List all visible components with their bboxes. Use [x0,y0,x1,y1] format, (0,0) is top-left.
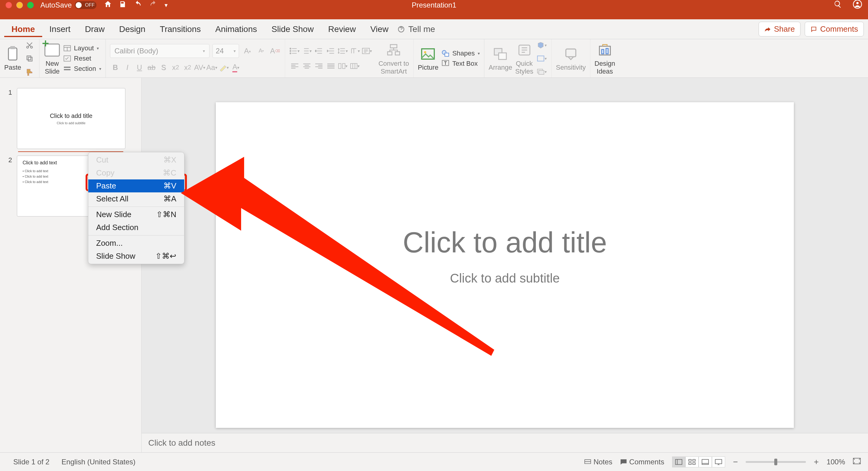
slideshow-view-icon[interactable] [712,457,725,467]
subtitle-placeholder[interactable]: Click to add subtitle [216,271,794,286]
title-placeholder[interactable]: Click to add title [216,226,794,259]
decrease-indent-icon[interactable] [313,46,324,56]
justify-icon[interactable] [326,61,336,71]
reset-button[interactable]: Reset [64,55,101,62]
strikethrough-icon[interactable]: ab [146,62,157,73]
tab-design[interactable]: Design [112,22,153,37]
maximize-window-icon[interactable] [27,2,34,8]
home-icon[interactable] [104,0,112,10]
arrange-button[interactable]: Arrange [489,46,512,71]
italic-icon[interactable]: I [122,62,133,73]
shadow-icon[interactable]: S [158,62,169,73]
design-ideas-button[interactable]: Design Ideas [595,41,615,76]
bullets-icon[interactable]: ▾ [289,46,300,56]
format-painter-icon[interactable] [24,66,35,77]
tab-review[interactable]: Review [321,22,363,37]
increase-font-icon[interactable]: A▴ [242,46,253,56]
ctx-zoom[interactable]: Zoom... [88,237,184,250]
quick-styles-button[interactable]: Quick Styles [516,41,533,76]
normal-view-icon[interactable] [672,457,685,467]
status-notes-button[interactable]: Notes [584,458,613,466]
tab-view[interactable]: View [363,22,396,37]
autosave-toggle[interactable]: AutoSave OFF [40,1,96,9]
sensitivity-button[interactable]: Sensitivity [556,46,586,71]
text-box-button[interactable]: Text Box [441,60,480,67]
superscript-icon[interactable]: x2 [182,62,193,73]
ctx-new-slide[interactable]: New Slide⇧⌘N [88,208,184,221]
add-remove-columns-icon[interactable]: ▾ [350,61,361,71]
underline-icon[interactable]: U [134,62,145,73]
zoom-level[interactable]: 100% [827,458,845,466]
ctx-add-section[interactable]: Add Section [88,221,184,234]
convert-smartart-button[interactable]: Convert to SmartArt [378,41,409,76]
slide-canvas[interactable]: Click to add title Click to add subtitle [216,102,794,428]
shape-effects-icon[interactable]: ▾ [536,66,547,77]
thumbnail-1[interactable]: 1 Click to add title Click to add subtit… [0,86,141,151]
tell-me-search[interactable]: Tell me [397,24,435,34]
fit-to-window-icon[interactable] [853,458,861,466]
zoom-in-icon[interactable]: + [814,457,818,467]
align-text-icon[interactable]: ▾ [362,46,373,56]
status-language[interactable]: English (United States) [61,458,135,466]
ctx-paste[interactable]: Paste⌘V [88,179,184,193]
layout-button[interactable]: Layout▾ [64,44,101,52]
share-button[interactable]: Share [758,22,801,36]
align-left-icon[interactable] [289,61,300,71]
highlight-icon[interactable]: ▾ [218,62,229,73]
tab-transitions[interactable]: Transitions [153,22,208,37]
align-right-icon[interactable] [313,61,324,71]
qat-dropdown-icon[interactable]: ▾ [164,1,167,9]
clear-formatting-icon[interactable]: A⌫ [270,46,281,56]
tab-insert[interactable]: Insert [42,22,78,37]
svg-point-15 [290,50,291,52]
ctx-select-all[interactable]: Select All⌘A [88,193,184,205]
tab-animations[interactable]: Animations [208,22,264,37]
minimize-window-icon[interactable] [16,2,23,8]
new-slide-button[interactable]: New Slide [44,41,61,76]
shape-outline-icon[interactable]: ▾ [536,53,547,64]
status-comments-button[interactable]: Comments [620,458,664,466]
notes-pane[interactable]: Click to add notes [142,433,868,452]
font-size-select[interactable]: 24▾ [213,44,239,58]
tab-slide-show[interactable]: Slide Show [264,22,321,37]
ctx-slide-show[interactable]: Slide Show⇧⌘↩ [88,250,184,263]
reading-view-icon[interactable] [699,457,712,467]
columns-icon[interactable]: ▾ [338,61,348,71]
subscript-icon[interactable]: x2 [170,62,181,73]
autosave-switch[interactable]: OFF [75,1,96,9]
zoom-out-icon[interactable]: − [733,457,738,467]
comments-button[interactable]: Comments [805,22,864,36]
character-spacing-icon[interactable]: AV▾ [194,62,205,73]
text-direction-icon[interactable]: ▾ [350,46,361,56]
font-color-icon[interactable]: A▾ [230,62,241,73]
decrease-font-icon[interactable]: A▾ [256,46,267,56]
slide-sorter-view-icon[interactable] [685,457,699,467]
paste-button[interactable]: Paste [4,46,21,71]
picture-button[interactable]: Picture [418,46,438,71]
tab-draw[interactable]: Draw [78,22,112,37]
account-icon[interactable] [853,0,862,10]
cut-icon[interactable] [24,40,35,51]
paragraph-group: ▾ ▾ ▾ ▾ ▾ ▾ ▾ Convert to SmartArt [285,39,414,78]
font-name-select[interactable]: Calibri (Body)▾ [110,44,210,58]
search-icon[interactable] [834,0,842,10]
redo-icon[interactable] [149,0,158,10]
numbering-icon[interactable]: ▾ [301,46,312,56]
align-center-icon[interactable] [301,61,312,71]
thumbnail-slide[interactable]: Click to add title Click to add subtitle [17,88,125,149]
shape-fill-icon[interactable]: ▾ [536,40,547,51]
section-button[interactable]: Section▾ [64,65,101,73]
tab-home[interactable]: Home [4,22,42,37]
copy-icon[interactable] [24,53,35,64]
save-icon[interactable] [119,0,127,10]
shapes-button[interactable]: Shapes▾ [441,50,480,57]
slide-thumbnails-panel[interactable]: 1 Click to add title Click to add subtit… [0,78,142,452]
increase-indent-icon[interactable] [326,46,336,56]
slide-editor[interactable]: Click to add title Click to add subtitle [142,78,868,452]
change-case-icon[interactable]: Aa▾ [207,62,217,73]
bold-icon[interactable]: B [110,62,121,73]
line-spacing-icon[interactable]: ▾ [338,46,348,56]
undo-icon[interactable] [133,0,142,10]
close-window-icon[interactable] [5,2,12,8]
zoom-slider[interactable] [746,461,806,463]
